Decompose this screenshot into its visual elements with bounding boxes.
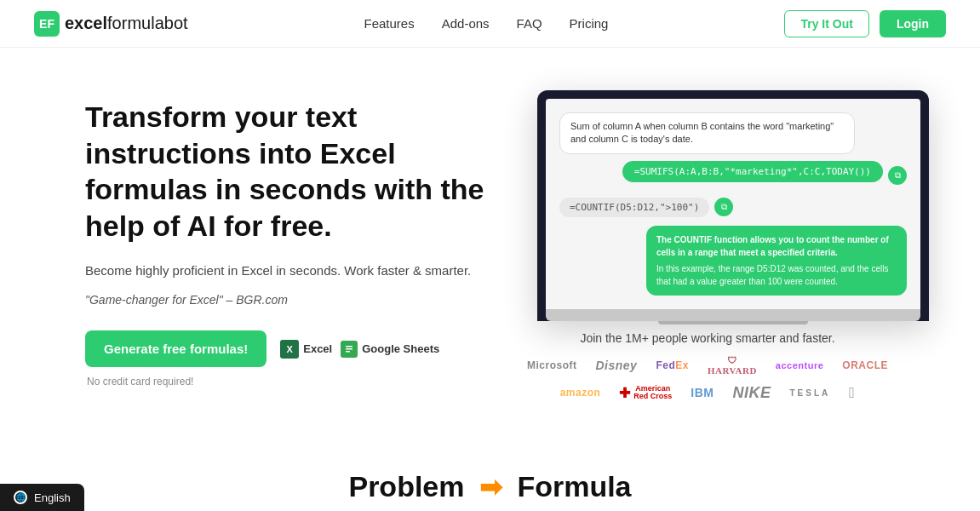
chat-explanation: The COUNTIF function allows you to count… [646, 226, 907, 296]
copy-icon-2[interactable]: ⧉ [714, 198, 733, 216]
sheets-icon [341, 341, 358, 358]
copy-icon-1[interactable]: ⧉ [888, 166, 907, 185]
explanation-body: In this example, the range D5:D12 was co… [656, 262, 897, 288]
logo-ibm: IBM [691, 386, 714, 399]
hero-subtitle: Become highly proficient in Excel in sec… [85, 261, 494, 281]
no-cc-text: No credit card required! [85, 376, 494, 388]
logo[interactable]: EF excelformulabot [34, 11, 188, 37]
hero-quote: "Game-changer for Excel" – BGR.com [85, 293, 494, 307]
logo-accenture: accenture [776, 360, 823, 370]
sheets-badge: Google Sheets [341, 341, 439, 358]
footer-language-bar[interactable]: 🌐 English [0, 484, 84, 511]
logo-fedex: FedEx [656, 359, 689, 371]
laptop-mockup: Sum of column A when column B contains t… [537, 90, 929, 321]
svg-rect-3 [346, 351, 350, 353]
hero-cta: Generate free formulas! X Excel Google S… [85, 330, 494, 367]
logos-row-2: amazon ✚AmericanRed Cross IBM NIKE TESLA… [537, 384, 878, 402]
hero-left: Transform your text instructions into Ex… [85, 90, 494, 388]
logo-redcross: ✚AmericanRed Cross [619, 385, 672, 401]
excel-badge: X Excel [280, 340, 332, 359]
integrations: X Excel Google Sheets [280, 340, 439, 359]
logo-text: excelformulabot [65, 14, 188, 33]
social-proof: Join the 1M+ people working smarter and … [537, 321, 929, 402]
nav-features[interactable]: Features [364, 16, 415, 31]
login-button[interactable]: Login [880, 10, 946, 37]
hero-title: Transform your text instructions into Ex… [85, 99, 494, 244]
explanation-title: The COUNTIF function allows you to count… [656, 233, 897, 259]
countif-row: =COUNTIF(D5:D12,">100") ⧉ [559, 198, 907, 217]
logo-apple:  [849, 384, 855, 402]
logos-row-1: Microsoft Disney FedEx 🛡 HARVARD accentu… [537, 355, 878, 376]
formula-1: =SUMIFS(A:A,B:B,"*marketing*",C:C,TODAY(… [622, 161, 883, 182]
logo-harvard: 🛡 HARVARD [708, 355, 757, 376]
footer-language: English [34, 491, 71, 504]
laptop-screen: Sum of column A when column B contains t… [546, 99, 920, 309]
excel-icon: X [280, 340, 299, 359]
logo-icon: EF [34, 11, 60, 37]
logo-microsoft: Microsoft [527, 359, 577, 371]
nav-addons[interactable]: Add-ons [442, 16, 490, 31]
logo-oracle: ORACLE [842, 359, 888, 371]
formula-row-1: =SUMIFS(A:A,B:B,"*marketing*",C:C,TODAY(… [559, 161, 907, 191]
svg-rect-1 [346, 346, 352, 347]
nav-pricing[interactable]: Pricing [570, 16, 609, 31]
hero-right: Sum of column A when column B contains t… [537, 90, 929, 411]
nav-links: Features Add-ons FAQ Pricing [364, 16, 609, 31]
logo-disney: Disney [595, 359, 637, 372]
logo-tesla: TESLA [790, 388, 831, 398]
logo-amazon: amazon [560, 387, 601, 399]
globe-icon: 🌐 [14, 491, 27, 504]
prob-formula-section: Problem ➡ Formula Turn your spreadsheet … [0, 436, 980, 511]
svg-rect-2 [346, 348, 352, 350]
nav-faq[interactable]: FAQ [517, 16, 542, 31]
formula-2: =COUNTIF(D5:D12,">100") [559, 198, 709, 217]
chat-user-message: Sum of column A when column B contains t… [559, 112, 855, 154]
logo-nike: NIKE [733, 384, 771, 402]
generate-formulas-button[interactable]: Generate free formulas! [85, 330, 266, 367]
try-it-out-button[interactable]: Try It Out [784, 10, 868, 37]
prob-formula-title: Problem ➡ Formula [51, 470, 929, 503]
social-proof-title: Join the 1M+ people working smarter and … [537, 331, 878, 345]
navbar: EF excelformulabot Features Add-ons FAQ … [0, 0, 980, 48]
nav-actions: Try It Out Login [784, 10, 946, 37]
arrow-icon: ➡ [479, 472, 502, 502]
hero-section: Transform your text instructions into Ex… [0, 48, 980, 436]
laptop-base [546, 309, 920, 321]
